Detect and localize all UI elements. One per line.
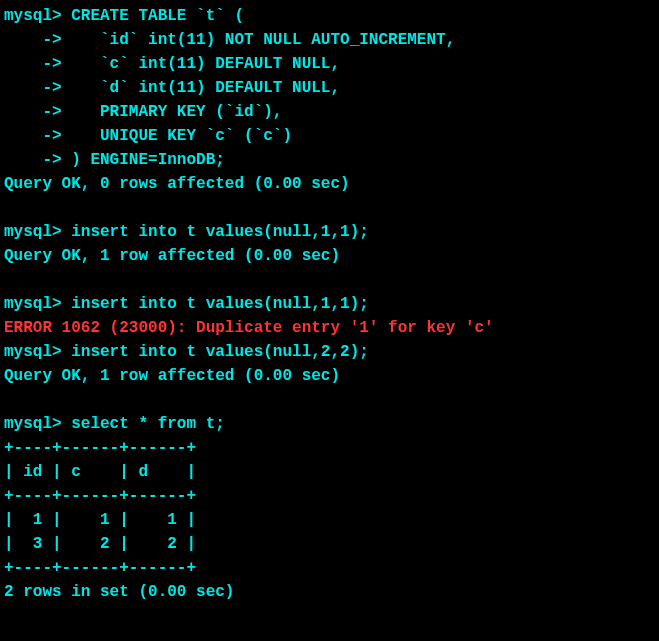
blank-line-1: [4, 196, 655, 220]
sql-insert-2: mysql> insert into t values(null,1,1);: [4, 292, 655, 316]
sql-insert-3: mysql> insert into t values(null,2,2);: [4, 340, 655, 364]
sql-create-table-line-5: -> PRIMARY KEY (`id`),: [4, 100, 655, 124]
sql-create-table-line-1: mysql> CREATE TABLE `t` (: [4, 4, 655, 28]
blank-line-3: [4, 388, 655, 412]
table-row: | 1 | 1 | 1 |: [4, 508, 655, 532]
table-border-bottom: +----+------+------+: [4, 556, 655, 580]
sql-insert-1: mysql> insert into t values(null,1,1);: [4, 220, 655, 244]
sql-create-table-line-6: -> UNIQUE KEY `c` (`c`): [4, 124, 655, 148]
query-ok-1: Query OK, 0 rows affected (0.00 sec): [4, 172, 655, 196]
table-border-top: +----+------+------+: [4, 436, 655, 460]
sql-select-all: mysql> select * from t;: [4, 412, 655, 436]
terminal-output: mysql> CREATE TABLE `t` ( -> `id` int(11…: [4, 4, 655, 604]
sql-create-table-line-4: -> `d` int(11) DEFAULT NULL,: [4, 76, 655, 100]
query-ok-2: Query OK, 1 row affected (0.00 sec): [4, 244, 655, 268]
table-row: | 3 | 2 | 2 |: [4, 532, 655, 556]
query-ok-3: Query OK, 1 row affected (0.00 sec): [4, 364, 655, 388]
sql-create-table-line-2: -> `id` int(11) NOT NULL AUTO_INCREMENT,: [4, 28, 655, 52]
sql-create-table-line-7: -> ) ENGINE=InnoDB;: [4, 148, 655, 172]
table-border-mid: +----+------+------+: [4, 484, 655, 508]
table-header-row: | id | c | d |: [4, 460, 655, 484]
blank-line-2: [4, 268, 655, 292]
error-duplicate-entry: ERROR 1062 (23000): Duplicate entry '1' …: [4, 316, 655, 340]
rows-in-set: 2 rows in set (0.00 sec): [4, 580, 655, 604]
sql-create-table-line-3: -> `c` int(11) DEFAULT NULL,: [4, 52, 655, 76]
